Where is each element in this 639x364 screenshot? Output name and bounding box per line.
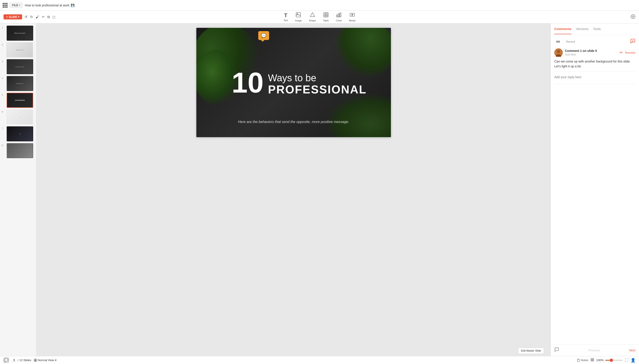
zoom-slider[interactable]: [605, 360, 623, 361]
svg-marker-11: [352, 14, 353, 16]
comment-footer-icon[interactable]: [554, 347, 559, 354]
comment-time: Just Now: [565, 53, 617, 56]
app-grid-icon[interactable]: [3, 3, 8, 8]
insert-tools: T Text Image Shape: [280, 11, 359, 23]
filter-recent-button[interactable]: Recent: [564, 39, 577, 44]
shape-tool-button[interactable]: Shape: [306, 11, 319, 23]
tab-comments[interactable]: Comments: [554, 24, 571, 34]
canvas-area: 💬 10 Ways to be PROFESSIONAL Here are th…: [37, 24, 551, 356]
view-mode-label: Normal View: [38, 358, 54, 362]
file-arrow-icon: ▾: [19, 4, 20, 6]
settings-button[interactable]: [630, 14, 635, 20]
tab-tools[interactable]: Tools: [593, 24, 601, 34]
slide-total: /: [18, 358, 19, 362]
add-slide-button[interactable]: + SLIDE ▾: [4, 14, 22, 20]
svg-rect-23: [591, 358, 592, 360]
zoom-percent: 100%: [596, 358, 604, 362]
comment-card: Comment 1 on slide 5 Just Now ✏ Resolve …: [554, 48, 635, 84]
slide-canvas: 💬 10 Ways to be PROFESSIONAL Here are th…: [196, 28, 391, 137]
svg-rect-24: [592, 358, 594, 360]
media-tool-icon: [350, 12, 355, 19]
svg-rect-9: [340, 13, 341, 17]
cut-button[interactable]: ✂: [41, 14, 46, 20]
media-tool-button[interactable]: Media: [346, 11, 359, 23]
slide-thumb-3[interactable]: 3 This is done for reason: [2, 59, 35, 74]
panel-content: All Recent: [551, 35, 639, 344]
comment-bubble[interactable]: 💬: [258, 31, 269, 40]
bottom-right: Notes 100% ⛶ 👤: [577, 358, 635, 363]
svg-rect-25: [591, 360, 592, 361]
reply-input[interactable]: [554, 74, 635, 80]
comment-icon[interactable]: 💬: [258, 31, 269, 40]
current-slide-input[interactable]: [12, 358, 17, 362]
total-slides-label: 13 Slides: [20, 358, 31, 362]
redo-button[interactable]: ↻: [29, 14, 34, 20]
svg-rect-22: [36, 360, 37, 361]
slide-thumb-2[interactable]: 2 Why do we use it?: [2, 42, 35, 58]
file-menu-button[interactable]: FILE ▾: [10, 3, 23, 8]
chat-button[interactable]: 💬: [4, 358, 9, 363]
svg-rect-8: [338, 14, 340, 17]
view-arrow-icon: ▾: [55, 358, 57, 362]
slide-subtitle: Here are the behaviors that send the opp…: [196, 120, 391, 124]
svg-rect-20: [36, 359, 37, 360]
image-tool-button[interactable]: Image: [292, 11, 305, 23]
table-tool-icon: [323, 12, 329, 19]
svg-rect-26: [592, 360, 594, 361]
text-tool-button[interactable]: T Text: [280, 12, 291, 22]
bottom-bar: 💬 / 13 Slides Normal View ▾ Notes 100%: [0, 356, 639, 364]
slide-thumb-1[interactable]: 1 What is Lorem Ipsum?: [2, 26, 35, 41]
comment-text: Can we come up with another background f…: [554, 59, 635, 69]
slide-thumb-8[interactable]: 8: [2, 143, 35, 158]
slide-thumb-5[interactable]: 5 10 PROFESSIONAL: [2, 93, 35, 108]
svg-point-16: [557, 50, 560, 53]
person-icon[interactable]: 👤: [630, 358, 635, 363]
slide-counter: / 13 Slides: [12, 358, 31, 362]
comment-meta: Comment 1 on slide 5 Just Now: [565, 49, 617, 56]
slide-thumb-4[interactable]: 4 What else is this?: [2, 76, 35, 91]
notes-button[interactable]: Notes: [577, 358, 588, 362]
filter-all-button[interactable]: All: [554, 39, 562, 44]
insert-bar: + SLIDE ▾ ↺ ↻ 🖌 ✂ ⧉ ◻ T Text: [0, 10, 639, 24]
table-tool-button[interactable]: Table: [320, 11, 332, 23]
comment-divider: [554, 72, 635, 72]
avatar: [554, 48, 563, 57]
notes-label: Notes: [581, 358, 588, 362]
slide-background: 💬 10 Ways to be PROFESSIONAL Here are th…: [196, 28, 391, 137]
add-comment-button[interactable]: [630, 38, 635, 45]
shape-tool-label: Shape: [309, 19, 316, 22]
document-title: How to look professional at work 💾: [25, 4, 75, 7]
text-tool-label: Text: [283, 19, 288, 22]
canvas-bottom-controls: Edit Master Slide: [518, 348, 544, 354]
slide-thumb-7[interactable]: 7 🌃: [2, 126, 35, 141]
slide-thumb-6[interactable]: 6 📊: [2, 110, 35, 124]
comment-edit-button[interactable]: ✏: [619, 50, 623, 55]
svg-rect-7: [337, 15, 338, 17]
media-tool-label: Media: [349, 19, 356, 22]
chart-tool-button[interactable]: Chart: [333, 11, 345, 23]
undo-button[interactable]: ↺: [24, 14, 29, 20]
expand-button[interactable]: ⛶: [625, 358, 628, 362]
copy-button[interactable]: ⧉: [46, 14, 51, 20]
svg-point-12: [632, 16, 634, 17]
slide-line2: PROFESSIONAL: [268, 83, 367, 96]
view-mode-button[interactable]: Normal View ▾: [34, 358, 56, 362]
resolve-button[interactable]: Resolve: [625, 51, 635, 54]
tab-versions[interactable]: Versions: [576, 24, 589, 34]
svg-rect-2: [324, 12, 328, 17]
panel-footer: Previous Next: [551, 344, 639, 356]
save-icon[interactable]: 💾: [71, 4, 75, 7]
edit-master-button[interactable]: Edit Master Slide: [518, 348, 544, 354]
code-button[interactable]: ◻: [51, 14, 56, 20]
slide-number: 10: [232, 68, 264, 97]
chart-tool-icon: [336, 12, 341, 19]
next-button[interactable]: Next: [629, 348, 635, 352]
file-label: FILE: [12, 4, 18, 7]
grid-view-button[interactable]: [590, 358, 594, 362]
previous-button[interactable]: Previous: [588, 348, 600, 352]
paint-button[interactable]: 🖌: [35, 14, 40, 20]
svg-rect-21: [34, 360, 35, 361]
top-bar: FILE ▾ How to look professional at work …: [0, 0, 639, 10]
image-tool-icon: [296, 12, 301, 19]
table-tool-label: Table: [323, 19, 329, 22]
